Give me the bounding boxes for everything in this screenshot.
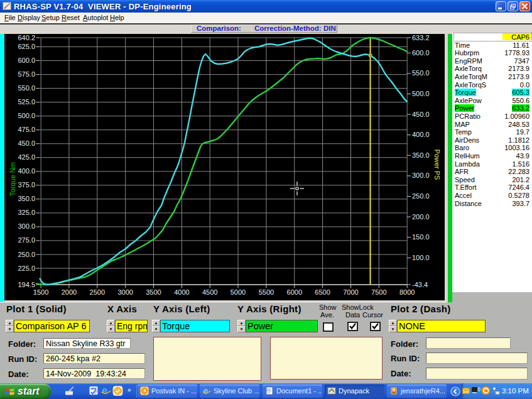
svg-text:633.2: 633.2 bbox=[412, 34, 430, 41]
svg-text:450.0: 450.0 bbox=[412, 111, 430, 118]
svg-text:250.0: 250.0 bbox=[18, 251, 35, 258]
svg-text:3000: 3000 bbox=[117, 288, 133, 296]
svg-text:5000: 5000 bbox=[231, 288, 246, 296]
svg-text:400.0: 400.0 bbox=[18, 167, 35, 175]
svg-text:Torque Nm: Torque Nm bbox=[9, 162, 16, 196]
svg-text:1500: 1500 bbox=[33, 288, 48, 296]
svg-text:575.0: 575.0 bbox=[18, 70, 35, 78]
svg-text:425.0: 425.0 bbox=[18, 153, 35, 161]
svg-text:525.0: 525.0 bbox=[18, 98, 35, 106]
svg-text:250.0: 250.0 bbox=[412, 192, 430, 200]
svg-text:550.0: 550.0 bbox=[18, 84, 35, 92]
svg-text:475.0: 475.0 bbox=[18, 126, 35, 133]
svg-text:150.0: 150.0 bbox=[412, 233, 430, 241]
svg-text:350.0: 350.0 bbox=[412, 151, 430, 159]
svg-text:2500: 2500 bbox=[90, 288, 105, 296]
svg-text:625.0: 625.0 bbox=[18, 43, 35, 50]
svg-text:e: e bbox=[204, 386, 209, 395]
svg-text:275.0: 275.0 bbox=[18, 236, 35, 244]
svg-text:550.0: 550.0 bbox=[412, 69, 430, 77]
svg-text:300.0: 300.0 bbox=[18, 222, 35, 230]
svg-text:8000: 8000 bbox=[399, 288, 415, 296]
svg-text:-43.4: -43.4 bbox=[412, 281, 428, 288]
svg-text:6500: 6500 bbox=[315, 288, 330, 296]
svg-text:5500: 5500 bbox=[259, 288, 274, 296]
svg-text:7500: 7500 bbox=[371, 288, 386, 296]
svg-text:300.0: 300.0 bbox=[412, 172, 430, 179]
svg-text:4500: 4500 bbox=[202, 288, 217, 296]
svg-text:225.0: 225.0 bbox=[18, 265, 35, 272]
svg-text:Power PS: Power PS bbox=[433, 150, 441, 180]
svg-text:6000: 6000 bbox=[287, 288, 302, 296]
svg-text:100.0: 100.0 bbox=[412, 254, 430, 261]
svg-text:640.2: 640.2 bbox=[18, 34, 35, 41]
svg-text:200.0: 200.0 bbox=[412, 213, 430, 221]
svg-text:600.0: 600.0 bbox=[18, 57, 35, 64]
svg-text:e: e bbox=[102, 385, 107, 396]
svg-text:600.0: 600.0 bbox=[412, 49, 430, 57]
svg-text:500.0: 500.0 bbox=[18, 112, 35, 119]
svg-text:450.0: 450.0 bbox=[18, 139, 35, 147]
svg-text:325.0: 325.0 bbox=[18, 209, 35, 216]
svg-text:350.0: 350.0 bbox=[18, 195, 35, 202]
svg-text:3500: 3500 bbox=[146, 288, 161, 296]
svg-text:375.0: 375.0 bbox=[18, 181, 35, 189]
svg-text:2000: 2000 bbox=[62, 288, 77, 296]
svg-text:400.0: 400.0 bbox=[412, 131, 430, 138]
svg-text:194.5: 194.5 bbox=[18, 281, 35, 288]
svg-text:7000: 7000 bbox=[343, 288, 358, 296]
svg-text:500.0: 500.0 bbox=[412, 90, 430, 97]
svg-text:4000: 4000 bbox=[174, 288, 189, 296]
